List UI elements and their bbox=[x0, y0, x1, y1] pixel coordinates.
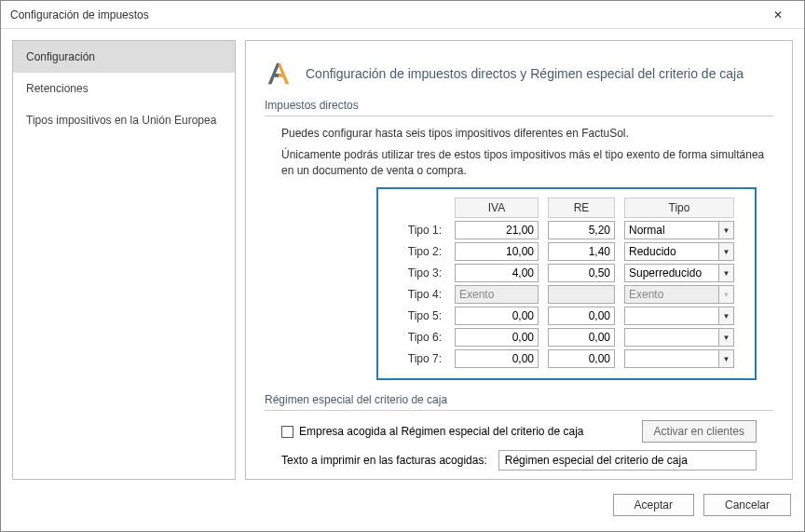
accept-button[interactable]: Aceptar bbox=[613, 494, 694, 516]
tipo-select[interactable]: ▼ bbox=[624, 307, 734, 325]
table-row: Tipo 7: ▼ bbox=[388, 349, 745, 368]
cancel-button[interactable]: Cancelar bbox=[703, 494, 791, 516]
chevron-down-icon[interactable]: ▼ bbox=[718, 222, 733, 239]
table-row: Tipo 2: ▼ bbox=[388, 242, 745, 261]
chevron-down-icon[interactable]: ▼ bbox=[718, 350, 733, 367]
iva-input[interactable] bbox=[455, 307, 539, 325]
dialog-footer: Aceptar Cancelar bbox=[1, 491, 804, 519]
re-input bbox=[548, 285, 615, 304]
tipo-select[interactable]: ▼ bbox=[624, 242, 734, 261]
table-row: Tipo 1: ▼ bbox=[388, 221, 745, 239]
activate-clients-button[interactable]: Activar en clientes bbox=[642, 420, 757, 443]
sidebar-item-label: Retenciones bbox=[26, 82, 89, 95]
col-header-iva: IVA bbox=[455, 198, 539, 218]
regimen-checkbox[interactable] bbox=[281, 426, 293, 438]
table-row: Tipo 4: ▼ bbox=[388, 285, 745, 304]
section-title-directos: Impuestos directos bbox=[265, 99, 773, 116]
tipo-select[interactable]: ▼ bbox=[624, 349, 734, 368]
iva-input bbox=[455, 285, 539, 304]
close-icon: ✕ bbox=[773, 8, 783, 21]
main-panel: Configuración de impuestos directos y Ré… bbox=[245, 40, 793, 480]
sidebar-item-tipos-ue[interactable]: Tipos impositivos en la Unión Europea bbox=[13, 104, 235, 136]
chevron-down-icon[interactable]: ▼ bbox=[718, 243, 733, 260]
tax-agency-icon bbox=[265, 60, 293, 88]
re-input[interactable] bbox=[548, 264, 615, 282]
re-input[interactable] bbox=[548, 328, 615, 347]
row-label: Tipo 7: bbox=[388, 352, 445, 365]
re-input[interactable] bbox=[548, 242, 615, 261]
sidebar-item-retenciones[interactable]: Retenciones bbox=[13, 73, 235, 104]
print-text-row: Texto a imprimir en las facturas acogida… bbox=[281, 450, 757, 471]
print-text-label: Texto a imprimir en las facturas acogida… bbox=[281, 454, 487, 467]
window-title: Configuración de impuestos bbox=[10, 8, 759, 21]
col-header-re: RE bbox=[548, 198, 615, 218]
tipo-select: ▼ bbox=[624, 285, 734, 304]
table-row: Tipo 5: ▼ bbox=[388, 307, 745, 325]
tax-table: IVA RE Tipo Tipo 1: ▼ Tipo 2: ▼ bbox=[376, 187, 757, 380]
page-header: Configuración de impuestos directos y Ré… bbox=[265, 60, 773, 88]
sidebar-item-configuracion[interactable]: Configuración bbox=[13, 41, 235, 73]
iva-input[interactable] bbox=[455, 221, 539, 239]
tipo-select[interactable]: ▼ bbox=[624, 221, 734, 239]
table-row: Tipo 6: ▼ bbox=[388, 328, 745, 347]
page-title: Configuración de impuestos directos y Ré… bbox=[306, 66, 744, 81]
iva-input[interactable] bbox=[455, 242, 539, 261]
col-header-tipo: Tipo bbox=[624, 198, 734, 218]
tipo-select[interactable]: ▼ bbox=[624, 264, 734, 282]
sidebar-item-label: Tipos impositivos en la Unión Europea bbox=[26, 114, 216, 127]
row-label: Tipo 6: bbox=[388, 331, 445, 344]
re-input[interactable] bbox=[548, 221, 615, 239]
chevron-down-icon[interactable]: ▼ bbox=[718, 307, 733, 324]
iva-input[interactable] bbox=[455, 328, 539, 347]
iva-input[interactable] bbox=[455, 349, 539, 368]
checkbox-label: Empresa acogida al Régimen especial del … bbox=[299, 425, 584, 438]
close-button[interactable]: ✕ bbox=[759, 1, 797, 28]
row-label: Tipo 3: bbox=[388, 266, 445, 280]
titlebar: Configuración de impuestos ✕ bbox=[1, 1, 804, 29]
sidebar: Configuración Retenciones Tipos impositi… bbox=[12, 40, 236, 480]
chevron-down-icon[interactable]: ▼ bbox=[718, 265, 733, 281]
checkbox-row: Empresa acogida al Régimen especial del … bbox=[281, 420, 757, 443]
re-input[interactable] bbox=[548, 349, 615, 368]
sidebar-item-label: Configuración bbox=[26, 50, 95, 63]
table-row: Tipo 3: ▼ bbox=[388, 264, 745, 282]
section-title-regimen: Régimen especial del criterio de caja bbox=[265, 393, 773, 411]
description-1: Puedes configurar hasta seis tipos impos… bbox=[281, 126, 773, 142]
re-input[interactable] bbox=[548, 307, 615, 325]
chevron-down-icon[interactable]: ▼ bbox=[718, 329, 733, 346]
chevron-down-icon: ▼ bbox=[718, 286, 733, 303]
print-text-input[interactable] bbox=[498, 450, 757, 471]
row-label: Tipo 4: bbox=[388, 288, 445, 301]
description-2: Únicamente podrás utilizar tres de estos… bbox=[281, 147, 773, 179]
tipo-select[interactable]: ▼ bbox=[624, 328, 734, 347]
table-header: IVA RE Tipo bbox=[388, 198, 745, 218]
row-label: Tipo 1: bbox=[388, 224, 445, 237]
iva-input[interactable] bbox=[455, 264, 539, 282]
row-label: Tipo 2: bbox=[388, 245, 445, 258]
row-label: Tipo 5: bbox=[388, 309, 445, 322]
